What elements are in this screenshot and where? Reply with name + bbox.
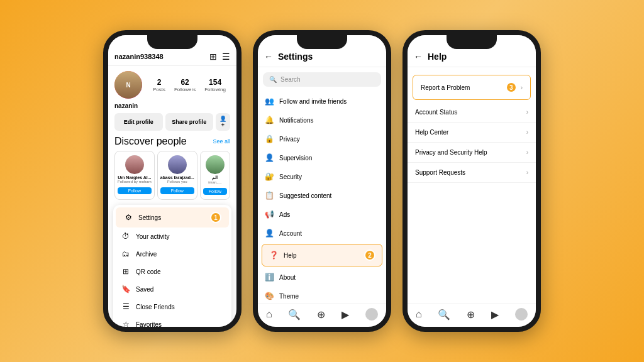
help-nav-reels-icon[interactable]: ▶ [491, 309, 499, 321]
report-problem-label: Report a Problem [421, 84, 470, 91]
menu-activity-label: Your activity [136, 233, 170, 240]
privacy-icon: 🔒 [264, 134, 274, 143]
person-name-2: abass farajzad... [160, 175, 194, 180]
support-requests-label: Support Requests [415, 169, 465, 176]
security-icon: 🔐 [264, 172, 274, 181]
menu-settings-label: Settings [138, 214, 161, 221]
help-nav-search-icon[interactable]: 🔍 [438, 309, 450, 321]
follow-button-2[interactable]: Follow [160, 187, 194, 194]
nav-home-icon[interactable]: ⌂ [266, 309, 272, 320]
dropdown-menu: ⚙ Settings 1 ⏱ Your activity 🗂 Archive ⊞… [113, 205, 231, 327]
menu-item-activity[interactable]: ⏱ Your activity [113, 228, 231, 245]
help-header: ← Help [408, 35, 536, 67]
discover-icon-button[interactable]: 👤+ [216, 113, 230, 131]
settings-item-notifications[interactable]: 🔔 Notifications [258, 111, 386, 129]
account-icon: 👤 [264, 229, 274, 238]
help-item-report[interactable]: Report a Problem 3 › [413, 75, 531, 100]
help-icon: ❓ [269, 251, 279, 260]
person-card-3: الم iman_... Follow [200, 151, 230, 200]
add-icon[interactable]: ⊞ [209, 52, 217, 62]
suggested-label: Suggested content [279, 192, 331, 199]
display-name: nazanin [108, 101, 236, 111]
stats-row: 2 Posts 62 Followers 154 Following [148, 78, 230, 92]
about-icon: ℹ️ [264, 273, 274, 282]
menu-saved-label: Saved [136, 286, 153, 293]
settings-title: Settings [278, 52, 313, 62]
settings-item-account[interactable]: 👤 Account [258, 224, 386, 243]
person-sub-3: iman_... [203, 180, 227, 184]
account-label: Account [279, 230, 302, 237]
nav-search-icon[interactable]: 🔍 [288, 309, 301, 321]
help-item-help-center[interactable]: Help Center › [408, 123, 536, 143]
notifications-label: Notifications [279, 117, 313, 124]
settings-item-follow[interactable]: 👥 Follow and invite friends [258, 92, 386, 111]
menu-item-saved[interactable]: 🔖 Saved [113, 280, 231, 298]
menu-item-archive[interactable]: 🗂 Archive [113, 245, 231, 263]
suggested-icon: 📋 [264, 191, 274, 200]
person-name-1: Um Nargies Al... [118, 175, 152, 180]
followers-stat: 62 Followers [174, 78, 196, 92]
privacy-label: Privacy [279, 136, 300, 143]
account-status-label: Account Status [415, 109, 457, 116]
theme-icon: 🎨 [264, 292, 274, 300]
ads-icon: 📢 [264, 210, 274, 219]
share-profile-button[interactable]: Share profile [165, 113, 214, 131]
help-nav-add-icon[interactable]: ⊕ [467, 309, 475, 321]
avatar: N [114, 71, 142, 99]
settings-item-security[interactable]: 🔐 Security [258, 167, 386, 186]
menu-item-close-friends[interactable]: ☰ Close Friends [113, 298, 231, 315]
favorites-icon: ☆ [121, 320, 131, 327]
activity-icon: ⏱ [121, 232, 131, 241]
qr-icon: ⊞ [121, 267, 131, 276]
step-2-badge: 2 [364, 250, 375, 261]
notifications-icon: 🔔 [264, 116, 274, 124]
menu-item-favorites[interactable]: ☆ Favorites [113, 315, 231, 327]
settings-item-theme[interactable]: 🎨 Theme [258, 287, 386, 305]
search-icon: 🔍 [269, 76, 277, 83]
see-all-link[interactable]: See all [213, 138, 230, 145]
people-row: Um Nargies Al... Followed by moham Follo… [108, 148, 236, 202]
phone-1: nazanin938348 ⊞ ☰ N 2 Posts 62 Followers [103, 30, 242, 332]
saved-icon: 🔖 [121, 285, 131, 293]
help-item-privacy-security[interactable]: Privacy and Security Help › [408, 143, 536, 163]
settings-item-ads[interactable]: 📢 Ads [258, 205, 386, 224]
search-placeholder: Search [280, 76, 301, 83]
menu-close-friends-label: Close Friends [136, 304, 175, 310]
help-nav-profile-icon[interactable] [515, 308, 528, 321]
follow-button-3[interactable]: Follow [203, 188, 227, 195]
help-back-button[interactable]: ← [414, 52, 423, 62]
menu-favorites-label: Favorites [136, 321, 162, 327]
chevron-right-icon-4: › [526, 149, 528, 156]
help-nav-home-icon[interactable]: ⌂ [416, 309, 422, 320]
help-item-account-status[interactable]: Account Status › [408, 102, 536, 123]
help-label: Help [284, 252, 297, 259]
settings-item-supervision[interactable]: 👤 Supervision [258, 148, 386, 167]
help-item-support[interactable]: Support Requests › [408, 163, 536, 183]
about-label: About [279, 274, 296, 281]
supervision-icon: 👤 [264, 153, 274, 162]
search-bar[interactable]: 🔍 Search [263, 72, 381, 87]
person-avatar-2 [168, 155, 187, 174]
help-center-label: Help Center [415, 129, 448, 136]
menu-icon[interactable]: ☰ [222, 52, 230, 62]
menu-archive-label: Archive [136, 251, 157, 258]
nav-profile-icon[interactable] [365, 308, 378, 321]
settings-item-help[interactable]: ❓ Help 2 [262, 244, 382, 266]
back-button[interactable]: ← [264, 52, 273, 62]
follow-icon: 👥 [264, 97, 274, 106]
menu-item-qr[interactable]: ⊞ QR code [113, 263, 231, 280]
edit-profile-button[interactable]: Edit profile [114, 113, 163, 131]
nav-reels-icon[interactable]: ▶ [341, 309, 349, 321]
help-title: Help [428, 52, 447, 62]
step-3-badge: 3 [506, 82, 517, 93]
settings-item-privacy[interactable]: 🔒 Privacy [258, 129, 386, 148]
settings-icon: ⚙ [123, 213, 133, 222]
follow-button-1[interactable]: Follow [118, 187, 152, 194]
settings-item-suggested[interactable]: 📋 Suggested content [258, 186, 386, 205]
help-bottom-navigation: ⌂ 🔍 ⊕ ▶ [408, 304, 536, 327]
discover-section: Discover people See all [108, 133, 236, 148]
settings-item-about[interactable]: ℹ️ About [258, 268, 386, 287]
theme-label: Theme [279, 293, 299, 300]
nav-add-icon[interactable]: ⊕ [317, 309, 325, 321]
menu-item-settings[interactable]: ⚙ Settings 1 [116, 207, 229, 228]
